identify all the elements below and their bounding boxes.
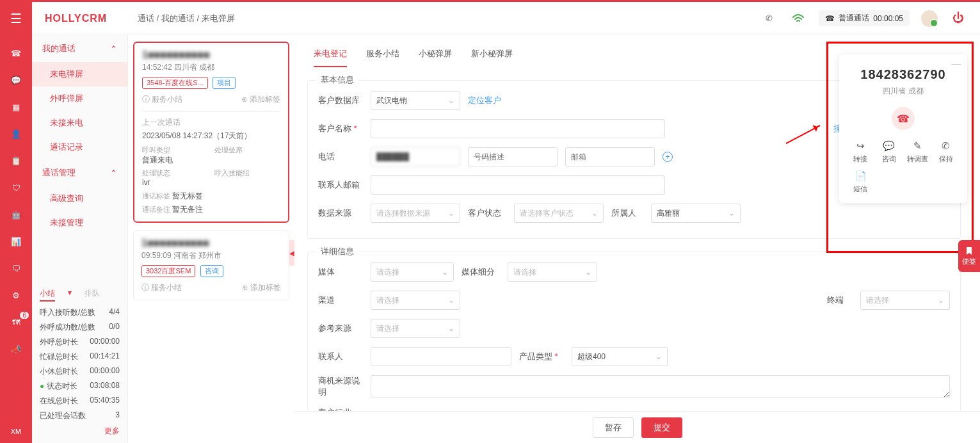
rail-map-icon[interactable]: 🗺 <box>10 316 22 328</box>
sidebar-item-missed-mgmt[interactable]: 未接管理 <box>32 211 127 235</box>
label-source: 数据来源 <box>318 207 363 219</box>
rail-comments-icon[interactable]: 🗨 <box>10 262 22 275</box>
call-card[interactable]: 1■■■■■■■■■■ 09:59:09 河南省 郑州市 3032百度SEM 咨… <box>133 230 289 300</box>
rail-gear-icon[interactable]: ⚙ <box>10 289 22 302</box>
link-locate[interactable]: 定位客户 <box>468 95 501 106</box>
select-owner[interactable]: 高雅丽 <box>651 204 741 223</box>
header: ☰ HOLLYCRM 通话 / 我的通话 / 来电弹屏 ✆ ☎ 普通通话 00:… <box>0 2 980 35</box>
rail-user-icon[interactable]: 👤 <box>10 127 22 140</box>
select-media[interactable]: 请选择 <box>371 262 454 282</box>
select-terminal[interactable]: 请选择 <box>860 291 950 310</box>
select-product[interactable]: 超级400 <box>572 347 668 366</box>
tab-new-secretary[interactable]: 新小秘弹屏 <box>471 48 513 67</box>
tab-secretary[interactable]: 小秘弹屏 <box>419 48 452 67</box>
call-meta: 14:52:42 四川省 成都 <box>142 62 280 73</box>
sidebar-item-history[interactable]: 通话记录 <box>32 135 127 159</box>
footer-bar: 暂存 提交 <box>294 411 980 443</box>
chevron-up-icon: ⌃ <box>110 168 117 178</box>
popup-action-2[interactable]: ✎转调查 <box>905 140 930 164</box>
rail-chart-icon[interactable]: 📊 <box>10 235 22 248</box>
sidebar-item-incoming-popup[interactable]: 来电弹屏 <box>32 62 127 86</box>
add-phone-icon[interactable]: + <box>663 152 673 162</box>
stats-box: 小结 ▾ 排队 呼入接听数/总数4/4外呼成功数/总数0/0外呼总时长00:00… <box>32 282 127 443</box>
rail-megaphone-icon[interactable]: 📣 <box>10 342 22 355</box>
tab-register[interactable]: 来电登记 <box>314 48 347 67</box>
incoming-call-popup: — 18428362790 四川省 成都 ☎ ↪转接💬咨询✎转调查✆保持📄短信 <box>839 54 967 203</box>
side-panel: 我的通话 ⌃ 来电弹屏 外呼弹屏 未接来电 通话记录 通话管理 ⌃ 高级查询 未… <box>32 35 128 443</box>
avatar[interactable] <box>921 10 938 27</box>
service-summary-link[interactable]: ⓘ 服务小结 <box>142 94 182 105</box>
last-call-title: 上一次通话 <box>142 117 280 128</box>
rail-robot-icon[interactable]: 🤖 <box>10 208 22 221</box>
call-number: 1■■■■■■■■■■ <box>142 49 280 61</box>
select-ref[interactable]: 请选择 <box>371 319 460 338</box>
popup-action-0[interactable]: ↪转接 <box>848 140 873 164</box>
minimize-icon[interactable]: — <box>952 58 961 68</box>
label-industry: 客户行业 <box>318 407 363 411</box>
label-contact: 联系人 <box>318 351 363 362</box>
call-list: 1■■■■■■■■■■ 14:52:42 四川省 成都 3548-百度在线S..… <box>128 35 294 443</box>
sidebar-item-outbound-popup[interactable]: 外呼弹屏 <box>32 86 127 111</box>
sidebar-item-missed[interactable]: 未接来电 <box>32 111 127 135</box>
select-status[interactable]: 请选择客户状态 <box>514 204 604 223</box>
select-media-sub[interactable]: 请选择 <box>508 262 597 282</box>
headset-icon[interactable]: ✆ <box>760 10 778 28</box>
hamburger-icon[interactable]: ☰ <box>0 2 32 35</box>
breadcrumb: 通话 / 我的通话 / 来电弹屏 <box>128 13 760 24</box>
popup-action-3[interactable]: ✆保持 <box>934 140 959 164</box>
tab-service-summary[interactable]: 服务小结 <box>366 48 399 67</box>
tag-source: 3032百度SEM <box>141 265 195 277</box>
last-call-time: 2023/05/08 14:27:32（17天前） <box>142 131 280 141</box>
main: 来电登记 服务小结 小秘弹屏 新小秘弹屏 基本信息 客户数据库 武汉电销 定位客… <box>294 35 980 443</box>
label-phone: 电话 <box>318 151 363 163</box>
rail-grid-icon[interactable]: ▦ <box>10 101 22 113</box>
save-draft-button[interactable]: 暂存 <box>593 417 634 438</box>
label-name: 客户名称 <box>318 123 363 134</box>
textarea-biz-source[interactable] <box>371 375 950 398</box>
popup-action-1[interactable]: 💬咨询 <box>877 140 902 164</box>
side-group-callmgmt[interactable]: 通话管理 ⌃ <box>32 159 127 186</box>
wifi-icon <box>789 10 807 28</box>
input-contact-mail[interactable] <box>371 175 665 195</box>
label-owner: 所属人 <box>611 207 643 219</box>
stats-more[interactable]: 更多 <box>40 423 120 437</box>
add-tag-link[interactable]: ⊕ 添加标签 <box>241 94 280 105</box>
submit-button[interactable]: 提交 <box>641 417 682 438</box>
label-media-sub: 媒体细分 <box>462 266 500 278</box>
select-source[interactable]: 请选择数据来源 <box>371 204 460 223</box>
popup-phone-number: 18428362790 <box>848 67 958 82</box>
input-phone-desc[interactable] <box>468 147 558 166</box>
label-channel: 渠道 <box>318 294 363 306</box>
rail-xm-label[interactable]: XM <box>11 428 22 435</box>
input-mail[interactable] <box>565 147 655 166</box>
filter-icon[interactable]: ▾ <box>68 288 72 302</box>
tag-source: 3548-百度在线S... <box>142 77 208 89</box>
call-card-active[interactable]: 1■■■■■■■■■■ 14:52:42 四川省 成都 3548-百度在线S..… <box>133 42 289 223</box>
phone-icon: ☎ <box>825 14 835 23</box>
label-status: 客户状态 <box>468 207 506 219</box>
input-phone[interactable] <box>371 147 460 166</box>
logo: HOLLYCRM <box>32 13 128 24</box>
select-db[interactable]: 武汉电销 <box>371 91 460 110</box>
add-tag-link[interactable]: ⊕ 添加标签 <box>242 282 281 293</box>
label-product: 产品类型 <box>519 351 564 362</box>
input-name[interactable] <box>371 119 665 138</box>
popup-action-4[interactable]: 📄短信 <box>848 170 873 194</box>
stats-tab-queue[interactable]: 排队 <box>84 288 100 302</box>
left-rail: ☎ 💬 ▦ 👤 📋 🛡 🤖 📊 🗨 ⚙ 🗺 📣 XM <box>0 35 32 443</box>
rail-shield-icon[interactable]: 🛡 <box>10 181 22 194</box>
input-contact[interactable] <box>371 347 511 366</box>
sidebar-item-advanced-query[interactable]: 高级查询 <box>32 186 127 211</box>
rail-clipboard-icon[interactable]: 📋 <box>10 154 22 167</box>
side-group-mycalls[interactable]: 我的通话 ⌃ <box>32 35 127 62</box>
service-summary-link[interactable]: ⓘ 服务小结 <box>141 282 182 293</box>
bookmark-tab[interactable]: 便签 <box>958 240 980 272</box>
popup-location: 四川省 成都 <box>848 86 958 97</box>
label-media: 媒体 <box>318 266 363 278</box>
label-biz-source: 商机来源说明 <box>318 375 363 398</box>
stats-tab-summary[interactable]: 小结 <box>40 288 55 302</box>
rail-phone-icon[interactable]: ☎ <box>10 47 22 60</box>
select-channel[interactable]: 请选择 <box>371 291 460 310</box>
power-icon[interactable]: ⏻ <box>949 10 967 28</box>
rail-chat-icon[interactable]: 💬 <box>10 74 22 86</box>
